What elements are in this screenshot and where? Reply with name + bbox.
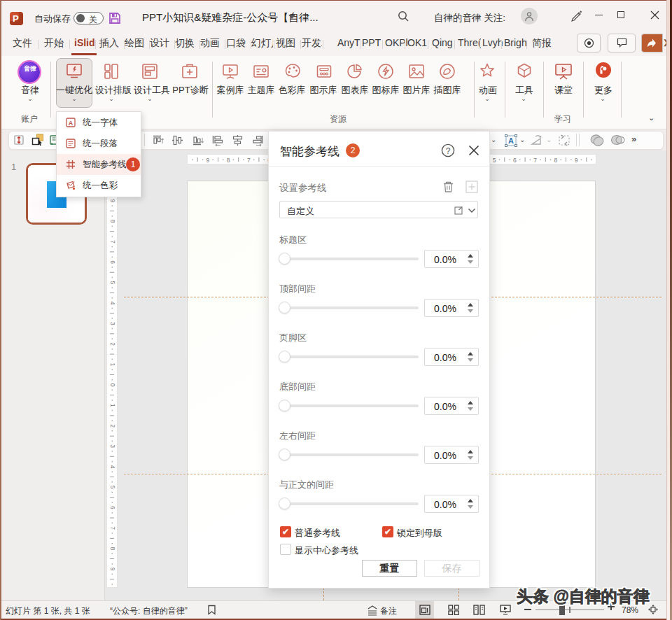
svg-text:4: 4 — [109, 302, 116, 305]
svg-text:9: 9 — [109, 199, 116, 202]
svg-text:8: 8 — [227, 157, 230, 164]
svg-text:7: 7 — [109, 240, 116, 244]
svg-text:4: 4 — [109, 465, 116, 469]
svg-text:6: 6 — [109, 506, 116, 509]
svg-text:3: 3 — [109, 322, 116, 325]
svg-text:3: 3 — [109, 444, 116, 448]
svg-text:8: 8 — [109, 220, 116, 223]
svg-text:6: 6 — [513, 157, 517, 164]
svg-text:A: A — [508, 136, 514, 145]
svg-text:6: 6 — [109, 260, 116, 264]
svg-text:9: 9 — [206, 157, 209, 164]
svg-text:2: 2 — [109, 424, 116, 428]
svg-text:9: 9 — [109, 568, 116, 571]
svg-text:2: 2 — [109, 342, 116, 346]
svg-text:7: 7 — [533, 157, 537, 164]
svg-text:9: 9 — [575, 157, 578, 164]
svg-text:5: 5 — [493, 157, 496, 164]
svg-text:?: ? — [446, 146, 451, 156]
svg-text:0: 0 — [109, 383, 116, 387]
svg-text:5: 5 — [109, 281, 116, 284]
svg-text:7: 7 — [109, 526, 116, 530]
svg-text:8: 8 — [554, 157, 558, 164]
svg-text:1: 1 — [109, 404, 116, 407]
svg-text:5: 5 — [109, 486, 116, 489]
svg-text:1: 1 — [109, 362, 116, 366]
svg-text:7: 7 — [247, 157, 251, 164]
svg-text:A: A — [69, 120, 74, 127]
svg-text:8: 8 — [109, 547, 116, 551]
